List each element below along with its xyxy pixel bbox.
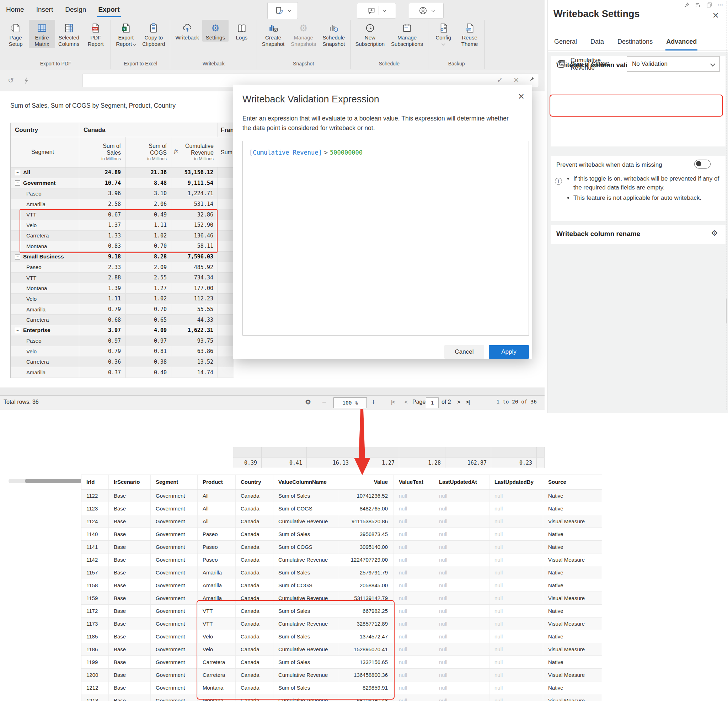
col-valuecolumnname[interactable]: ValueColumnName [273, 475, 339, 489]
matrix-row[interactable]: Amarilla 0.37 0.40 14.74 [11, 367, 234, 378]
apply-button[interactable]: Apply [489, 345, 529, 359]
table-row[interactable]: 1123 Base Government All Canada Sum of C… [81, 502, 602, 515]
table-row[interactable]: 1157 Base Government Amarilla Canada Sum… [81, 566, 602, 579]
validation-dropdown[interactable]: No Validation [627, 56, 720, 72]
matrix-row[interactable]: −Government 10.74 8.48 9,111.54 [11, 178, 234, 189]
table-row[interactable]: 1122 Base Government All Canada Sum of S… [81, 490, 602, 502]
zoom-out-button[interactable]: − [322, 398, 326, 406]
zoom-level[interactable]: 100 % [334, 397, 367, 408]
panel-tab[interactable]: General [553, 33, 578, 51]
matrix-row[interactable]: Amarilla 0.79 0.70 55.55 [11, 304, 234, 315]
segment-header[interactable]: Segment [11, 137, 79, 167]
comment-button[interactable] [357, 3, 396, 19]
pin-icon[interactable] [528, 76, 534, 84]
collapse-icon[interactable]: − [15, 180, 20, 186]
table-row[interactable]: 1140 Base Government Paseo Canada Sum of… [81, 528, 602, 541]
ribbon-button[interactable]: JSON Reuse Theme [456, 20, 483, 48]
ribbon-button[interactable]: ⚙ Settings [202, 20, 228, 42]
ribbon-button[interactable]: Manage Subscriptions [388, 20, 426, 48]
matrix-row[interactable]: −Small Business 9.18 8.28 7,596.03 [11, 251, 234, 262]
ribbon-button[interactable]: PDF PDF Report [82, 20, 109, 48]
undo-icon[interactable]: ↺ [8, 76, 14, 85]
matrix-row[interactable]: −Enterprise 3.97 4.09 1,622.31 [11, 325, 234, 336]
next-country-group-header[interactable]: France [218, 123, 234, 137]
ribbon-button[interactable]: ⚙ Config [430, 20, 456, 48]
matrix-row[interactable]: Paseo 2.33 2.09 485.92 [11, 262, 234, 273]
ribbon-button[interactable]: Selected Columns [55, 20, 82, 48]
measure-header[interactable]: Sum of Sales in Millions [79, 137, 126, 167]
gear-icon[interactable]: ⚙ [305, 398, 311, 406]
measure-header[interactable]: Sum of COGS in Millions [126, 137, 171, 167]
col-segment[interactable]: Segment [151, 475, 198, 489]
commit-check-icon[interactable]: ✓ [497, 76, 503, 84]
matrix-row[interactable]: Paseo 3.96 3.10 1,224.71 [11, 188, 234, 199]
ribbon-button[interactable]: Copy to Clipboard [139, 20, 168, 48]
cancel-x-icon[interactable]: × [513, 75, 519, 84]
corner-header[interactable]: Country [11, 123, 79, 137]
panel-scrollbar-thumb[interactable] [726, 299, 727, 324]
ribbon-button[interactable]: Logs [228, 20, 255, 42]
cancel-button[interactable]: Cancel [444, 345, 484, 359]
matrix-row[interactable]: Carretera 0.68 0.65 44.33 [11, 315, 234, 325]
panel-scrollbar[interactable] [727, 1, 727, 410]
pin-icon[interactable] [683, 2, 690, 8]
ribbon-tab[interactable]: Insert [35, 1, 54, 17]
panel-tab[interactable]: Data [590, 33, 605, 51]
matrix-row[interactable]: Velo 0.79 0.81 63.86 [11, 346, 234, 357]
prev-page-button[interactable]: < [404, 399, 407, 405]
close-icon[interactable]: × [518, 91, 524, 102]
ribbon-tab[interactable]: Design [64, 1, 87, 17]
edit-report-button[interactable] [267, 2, 298, 19]
matrix-row[interactable]: Velo 1.11 1.02 112.23 [11, 293, 234, 304]
ribbon-button[interactable]: Schedule Snapshot [319, 20, 348, 48]
account-button[interactable] [409, 3, 443, 19]
ribbon-button[interactable]: Writeback [172, 20, 202, 42]
more-options-icon[interactable]: ⋯ [717, 1, 724, 8]
first-page-button[interactable]: |< [391, 399, 395, 405]
ribbon-button[interactable]: Entire Matrix [29, 20, 55, 48]
col-valuetext[interactable]: ValueText [394, 475, 434, 489]
ribbon-button[interactable]: X Export Report [113, 20, 139, 48]
ribbon-button[interactable]: Create Snapshot [259, 20, 287, 48]
matrix-row[interactable]: VTT 2.88 2.55 734.34 [11, 273, 234, 283]
ribbon-button[interactable]: Page Setup [3, 20, 29, 48]
gear-icon[interactable]: ⚙ [711, 229, 718, 237]
collapse-icon[interactable]: − [15, 170, 20, 175]
lightning-icon[interactable] [23, 77, 29, 86]
filter-list-icon[interactable] [695, 2, 701, 8]
last-page-button[interactable]: >| [466, 399, 469, 405]
table-row[interactable]: 1158 Base Government Amarilla Canada Sum… [81, 579, 602, 592]
ribbon-tab[interactable]: Export [97, 1, 120, 17]
table-row[interactable]: 1141 Base Government Paseo Canada Sum of… [81, 541, 602, 554]
col-country[interactable]: Country [236, 475, 273, 489]
next-measure-header[interactable]: Sum of Sales [218, 137, 234, 167]
ribbon-button[interactable]: New Subscription [352, 20, 388, 48]
matrix-row[interactable]: Amarilla 2.58 2.06 531.14 [11, 199, 234, 210]
ribbon-button[interactable]: ⚙ Manage Snapshots [287, 20, 319, 48]
close-icon[interactable]: × [712, 9, 719, 21]
expression-editor[interactable]: [Cumulative Revenue]>500000000 [243, 141, 529, 335]
country-group-header[interactable]: Canada [79, 123, 218, 137]
matrix-row[interactable]: Carretera 0.36 0.38 13.52 [11, 357, 234, 367]
col-irscenario[interactable]: IrScenario [109, 475, 151, 489]
table-row[interactable]: 1142 Base Government Paseo Canada Cumula… [81, 554, 602, 566]
page-input[interactable]: 1 [426, 397, 439, 408]
measure-header[interactable]: fx Cumulative Revenue in Millions [171, 137, 218, 167]
col-source[interactable]: Source [543, 475, 601, 489]
panel-tab[interactable]: Destinations [617, 33, 653, 51]
matrix-row[interactable]: Paseo 0.97 0.97 93.75 [11, 336, 234, 347]
prevent-writeback-toggle[interactable] [694, 160, 711, 169]
popout-icon[interactable] [706, 2, 712, 8]
col-lastupdatedat[interactable]: LastUpdatedAt [434, 475, 490, 489]
collapse-icon[interactable]: − [15, 328, 20, 333]
matrix-row[interactable]: Montana 1.39 1.27 177.00 [11, 283, 234, 294]
table-row[interactable]: 1124 Base Government All Canada Cumulati… [81, 515, 602, 528]
next-page-button[interactable]: > [457, 399, 460, 405]
panel-tab[interactable]: Advanced [666, 33, 698, 51]
collapse-icon[interactable]: − [15, 254, 20, 260]
col-lastupdatedby[interactable]: LastUpdatedBy [490, 475, 543, 489]
col-product[interactable]: Product [198, 475, 236, 489]
zoom-in-button[interactable]: + [371, 398, 376, 406]
matrix-row[interactable]: −All 24.89 21.36 53,156.12 [11, 168, 234, 178]
col-irid[interactable]: IrId [81, 475, 109, 489]
